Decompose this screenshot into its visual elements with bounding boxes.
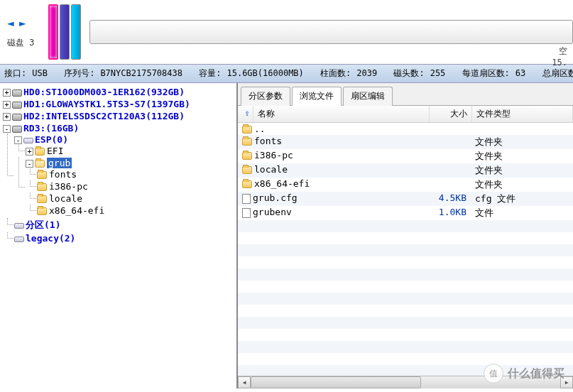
file-type: 文件 bbox=[472, 207, 573, 219]
tree-esp[interactable]: -ESP(0) +EFI -grub fonts i386-pc locale … bbox=[14, 134, 235, 218]
nav-back-icon[interactable]: ◄ bbox=[7, 16, 14, 30]
file-row[interactable]: .. bbox=[238, 123, 573, 135]
tree-grub-i386[interactable]: i386-pc bbox=[37, 180, 235, 192]
empty-row bbox=[238, 317, 573, 329]
info-cylinders: 柱面数:2039 bbox=[320, 68, 383, 78]
expand-icon[interactable]: + bbox=[3, 101, 11, 109]
tree-hd1[interactable]: +HD1:GLOWAYSTK1.5TS3-S7(1397GB) bbox=[3, 98, 235, 110]
file-row[interactable]: i386-pc文件夹 bbox=[238, 149, 573, 163]
hdd-icon bbox=[12, 89, 22, 97]
watermark: 值 什么值得买 bbox=[484, 364, 564, 383]
collapse-icon[interactable]: - bbox=[14, 136, 22, 144]
collapse-icon[interactable]: - bbox=[3, 125, 11, 133]
empty-row bbox=[238, 268, 573, 281]
file-size bbox=[430, 178, 472, 191]
file-row[interactable]: fonts文件夹 bbox=[238, 135, 573, 149]
folder-icon bbox=[35, 148, 45, 156]
watermark-text: 什么值得买 bbox=[508, 366, 564, 381]
info-total-sectors: 总扇区数:3 bbox=[542, 68, 573, 78]
file-row[interactable]: grub.cfg4.5KBcfg 文件 bbox=[238, 192, 573, 206]
gauge-2-icon bbox=[60, 4, 70, 60]
gauge-3-icon bbox=[71, 4, 81, 60]
tree-grub-fonts[interactable]: fonts bbox=[37, 168, 235, 180]
expand-icon[interactable]: + bbox=[3, 113, 11, 121]
file-size bbox=[430, 150, 472, 163]
file-row[interactable]: locale文件夹 bbox=[238, 163, 573, 178]
folder-icon bbox=[242, 180, 252, 188]
file-size: 1.0KB bbox=[430, 207, 472, 219]
file-name: fonts bbox=[254, 136, 282, 146]
folder-icon bbox=[37, 195, 47, 203]
tab-partition-params[interactable]: 分区参数 bbox=[241, 87, 290, 106]
file-type: 文件夹 bbox=[472, 178, 573, 191]
folder-icon bbox=[242, 166, 252, 174]
file-row[interactable]: grubenv1.0KB文件 bbox=[238, 206, 573, 220]
empty-row bbox=[238, 281, 573, 293]
folder-icon bbox=[242, 138, 252, 146]
tree-rd3[interactable]: -RD3:(16GB) -ESP(0) +EFI -grub fonts i38… bbox=[3, 122, 235, 245]
gauge-1-icon bbox=[48, 4, 58, 60]
hdd-icon bbox=[12, 102, 22, 109]
col-name[interactable]: 名称 bbox=[253, 106, 430, 122]
tree-hd2[interactable]: +HD2:INTELSSDSC2CT120A3(112GB) bbox=[3, 110, 235, 122]
scroll-thumb[interactable] bbox=[251, 376, 421, 388]
file-size bbox=[430, 124, 472, 134]
top-header: ◄ ► 磁盘 3 空 15. bbox=[0, 0, 573, 64]
file-type: cfg 文件 bbox=[472, 192, 573, 205]
tree-part1[interactable]: 分区(1) bbox=[14, 218, 235, 232]
info-spt: 每道扇区数:63 bbox=[462, 68, 532, 78]
partition-icon bbox=[14, 223, 24, 229]
nav-block: ◄ ► 磁盘 3 bbox=[0, 12, 41, 52]
disk-gauges bbox=[48, 4, 81, 60]
file-list[interactable]: ..fonts文件夹i386-pc文件夹locale文件夹x86_64-efi文… bbox=[238, 123, 573, 376]
file-name: grub.cfg bbox=[253, 192, 298, 203]
folder-icon bbox=[37, 171, 47, 179]
empty-row bbox=[238, 232, 573, 244]
empty-row bbox=[238, 329, 573, 341]
up-arrow-icon[interactable]: ⇧ bbox=[242, 108, 252, 118]
file-size: 4.5KB bbox=[430, 192, 472, 205]
tree-hd0[interactable]: +HD0:ST1000DM003-1ER162(932GB) bbox=[3, 86, 235, 98]
disk-tree-panel[interactable]: +HD0:ST1000DM003-1ER162(932GB) +HD1:GLOW… bbox=[0, 83, 238, 388]
expand-icon[interactable]: + bbox=[3, 89, 11, 97]
file-size bbox=[430, 136, 472, 148]
folder-icon bbox=[242, 152, 252, 160]
partition-icon bbox=[23, 138, 33, 143]
info-capacity: 容量:15.6GB(16000MB) bbox=[199, 68, 310, 78]
file-type: 文件夹 bbox=[472, 150, 573, 163]
tree-grub[interactable]: -grub fonts i386-pc locale x86_64-efi bbox=[26, 157, 235, 217]
info-serial: 序列号:B7NYCB2175708438 bbox=[64, 68, 188, 78]
tree-efi[interactable]: +EFI bbox=[26, 145, 235, 157]
empty-row bbox=[238, 256, 573, 268]
col-type[interactable]: 文件类型 bbox=[472, 106, 573, 122]
right-panel: 分区参数 浏览文件 扇区编辑 ⇧ 名称 大小 文件类型 ..fonts文件夹i3… bbox=[238, 83, 573, 388]
usage-bar bbox=[89, 20, 573, 44]
file-name: locale bbox=[254, 164, 288, 175]
nav-forward-icon[interactable]: ► bbox=[19, 16, 26, 30]
empty-row bbox=[238, 293, 573, 305]
expand-icon[interactable]: + bbox=[26, 148, 33, 156]
file-type bbox=[472, 124, 573, 134]
collapse-icon[interactable]: - bbox=[26, 160, 33, 168]
file-name: grubenv bbox=[253, 207, 292, 217]
tree-legacy[interactable]: legacy(2) bbox=[14, 232, 235, 244]
partition-icon bbox=[14, 236, 24, 242]
disk-info-bar: 接口:USB 序列号:B7NYCB2175708438 容量:15.6GB(16… bbox=[0, 64, 573, 83]
empty-row bbox=[238, 305, 573, 317]
tab-sector-edit[interactable]: 扇区编辑 bbox=[343, 87, 393, 106]
tree-grub-locale[interactable]: locale bbox=[37, 192, 235, 205]
tree-grub-x86[interactable]: x86_64-efi bbox=[37, 205, 235, 217]
file-row[interactable]: x86_64-efi文件夹 bbox=[238, 178, 573, 192]
file-icon bbox=[242, 208, 251, 218]
empty-row bbox=[238, 244, 573, 256]
folder-icon bbox=[37, 207, 47, 215]
file-name: x86_64-efi bbox=[254, 178, 310, 189]
info-interface: 接口:USB bbox=[4, 68, 53, 78]
scroll-left-icon[interactable]: ◂ bbox=[238, 376, 251, 388]
file-type: 文件夹 bbox=[472, 164, 573, 177]
tabs-bar: 分区参数 浏览文件 扇区编辑 bbox=[238, 83, 573, 106]
col-size[interactable]: 大小 bbox=[430, 106, 472, 122]
hdd-icon bbox=[12, 126, 22, 133]
folder-icon bbox=[37, 183, 47, 191]
tab-browse-files[interactable]: 浏览文件 bbox=[292, 87, 342, 106]
